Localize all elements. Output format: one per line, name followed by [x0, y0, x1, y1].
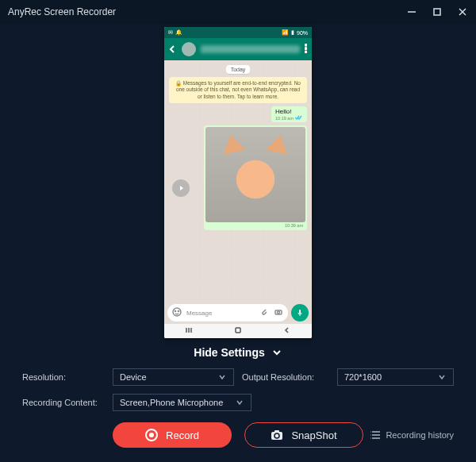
- recording-content-label: Recording Content:: [22, 398, 105, 407]
- signal-icon: ▮: [291, 29, 294, 36]
- hide-settings-label: Hide Settings: [194, 346, 264, 359]
- svg-rect-12: [299, 310, 301, 314]
- chevron-down-icon: [437, 372, 447, 382]
- nav-back-icon[interactable]: [282, 324, 292, 338]
- chevron-down-icon: [217, 372, 227, 382]
- record-button[interactable]: Record: [113, 422, 232, 448]
- hide-settings-toggle[interactable]: Hide Settings: [0, 341, 476, 364]
- resolution-value: Device: [120, 372, 147, 382]
- chevron-down-icon: [235, 398, 244, 407]
- svg-rect-16: [236, 328, 240, 333]
- settings-panel: Resolution: Device Output Resolution: 72…: [0, 364, 476, 448]
- recording-content-value: Screen,Phone Microphone: [120, 398, 223, 407]
- read-ticks-icon: [295, 115, 303, 121]
- record-icon: [145, 429, 158, 441]
- wifi-icon: 📶: [282, 29, 289, 36]
- avatar: [182, 42, 196, 56]
- battery-text: 90%: [297, 30, 308, 36]
- encryption-notice: 🔒 Messages to yourself are end-to-end en…: [169, 77, 307, 103]
- resolution-label: Resolution:: [22, 372, 105, 382]
- nav-home-icon[interactable]: [233, 324, 243, 338]
- action-row: Record SnapShot Recording history: [22, 422, 454, 448]
- camera-icon: [271, 429, 283, 441]
- window-controls: [406, 6, 468, 17]
- kebab-icon[interactable]: [305, 42, 307, 56]
- svg-point-5: [305, 48, 307, 49]
- recording-history-label: Recording history: [386, 430, 454, 440]
- svg-rect-1: [434, 9, 440, 15]
- bell-icon: 🔔: [175, 29, 182, 36]
- cat-photo: [205, 127, 305, 222]
- message-placeholder: Message: [186, 310, 255, 317]
- svg-point-6: [305, 52, 307, 53]
- output-resolution-label: Output Resolution:: [242, 372, 329, 382]
- message-time: 10:19 am: [275, 116, 294, 121]
- phone-statusbar: ✉ 🔔 📶 ▮ 90%: [164, 27, 312, 38]
- recording-content-select[interactable]: Screen,Phone Microphone: [113, 394, 251, 411]
- emoji-icon[interactable]: [172, 306, 182, 320]
- forward-icon[interactable]: [172, 179, 190, 197]
- message-out-text: Hello! 10:19 am: [271, 106, 307, 122]
- nav-recent-icon[interactable]: [184, 324, 194, 338]
- output-resolution-value: 720*1600: [344, 372, 382, 382]
- svg-rect-19: [274, 430, 279, 433]
- svg-point-8: [175, 310, 175, 311]
- resolution-select[interactable]: Device: [113, 368, 234, 386]
- phone-preview-area: ✉ 🔔 📶 ▮ 90% Today 🔒 Messages to yourself…: [0, 24, 476, 341]
- list-icon: [370, 430, 381, 440]
- message-field[interactable]: Message: [167, 304, 288, 321]
- svg-point-11: [278, 311, 280, 314]
- close-button[interactable]: [457, 6, 468, 17]
- app-title: AnyRec Screen Recorder: [8, 6, 116, 17]
- minimize-button[interactable]: [406, 6, 417, 17]
- back-icon[interactable]: [169, 42, 177, 56]
- recording-history-link[interactable]: Recording history: [370, 430, 454, 440]
- svg-point-4: [305, 44, 307, 46]
- output-resolution-select[interactable]: 720*1600: [337, 368, 454, 386]
- mic-button[interactable]: [291, 304, 309, 321]
- chevron-down-icon: [271, 347, 282, 358]
- svg-point-9: [178, 310, 178, 311]
- camera-icon[interactable]: [274, 306, 283, 320]
- contact-name-blurred: [201, 45, 300, 53]
- chat-input-row: Message: [164, 302, 312, 324]
- chat-header: [164, 38, 312, 60]
- chat-body: Today 🔒 Messages to yourself are end-to-…: [164, 60, 312, 302]
- titlebar: AnyRec Screen Recorder: [0, 0, 476, 24]
- android-navbar: [164, 324, 312, 338]
- date-pill: Today: [226, 65, 251, 74]
- record-label: Record: [166, 429, 199, 441]
- snapshot-button[interactable]: SnapShot: [244, 422, 363, 448]
- image-message-time: 10:39 am: [205, 222, 305, 229]
- snapshot-label: SnapShot: [291, 429, 336, 441]
- message-text: Hello!: [275, 108, 291, 115]
- message-out-image: 10:39 am: [204, 125, 307, 230]
- maximize-button[interactable]: [432, 6, 443, 17]
- notif-icon: ✉: [168, 29, 173, 36]
- phone-frame: ✉ 🔔 📶 ▮ 90% Today 🔒 Messages to yourself…: [164, 27, 312, 338]
- attachment-icon[interactable]: [259, 306, 269, 320]
